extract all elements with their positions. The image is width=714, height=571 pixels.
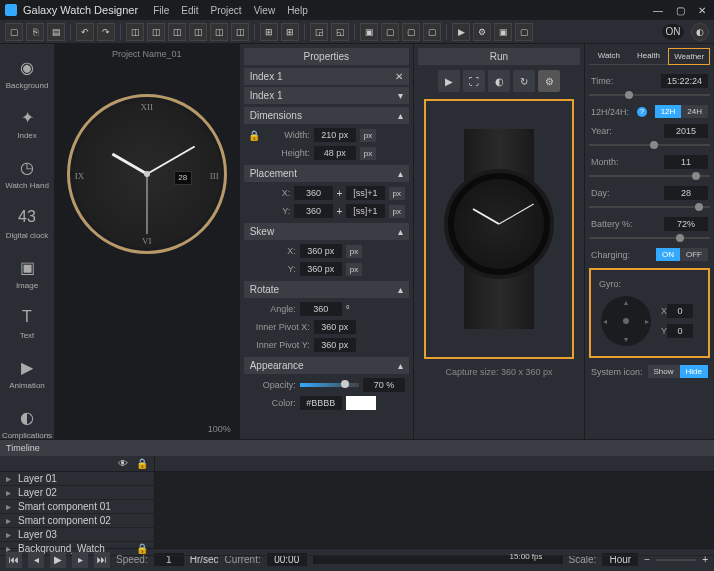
y-input[interactable]: 360: [294, 204, 332, 218]
width-input[interactable]: 210 px: [314, 128, 356, 142]
sidebar-index[interactable]: ✦Index: [0, 102, 54, 144]
close-icon[interactable]: ✕: [395, 71, 403, 82]
gyro-x[interactable]: 0: [667, 304, 693, 318]
format-toggle[interactable]: 12H24H: [655, 105, 708, 118]
index-select-b[interactable]: Index 1▾: [244, 87, 409, 104]
watchface-canvas[interactable]: XII III VI IX 28: [67, 94, 227, 254]
align-top-icon[interactable]: ◫: [189, 23, 207, 41]
lock-icon[interactable]: 🔒: [248, 130, 258, 141]
tab-weather[interactable]: Weather: [668, 48, 710, 65]
new-button[interactable]: ▢: [5, 23, 23, 41]
deploy-icon[interactable]: ▢: [515, 23, 533, 41]
year-slider[interactable]: [589, 144, 710, 146]
skip-end-icon[interactable]: ⏭: [94, 552, 110, 568]
eye-icon[interactable]: 👁: [118, 458, 128, 469]
month-value[interactable]: 11: [664, 155, 708, 169]
skip-start-icon[interactable]: ⏮: [6, 552, 22, 568]
charging-toggle[interactable]: ONOFF: [656, 248, 708, 261]
menu-help[interactable]: Help: [287, 5, 308, 16]
pivot-x-input[interactable]: 360 px: [314, 320, 356, 334]
color-swatch[interactable]: [346, 396, 376, 410]
day-value[interactable]: 28: [664, 186, 708, 200]
menu-file[interactable]: File: [153, 5, 169, 16]
zoom-slider[interactable]: [656, 559, 696, 561]
align-center-icon[interactable]: ◫: [147, 23, 165, 41]
color-input[interactable]: #BBBB: [300, 396, 342, 410]
skew-header[interactable]: Skew▴: [244, 223, 409, 240]
menu-view[interactable]: View: [254, 5, 276, 16]
align-right-icon[interactable]: ◫: [168, 23, 186, 41]
gyro-pad[interactable]: ▴ ▾ ◂ ▸: [601, 296, 651, 346]
lock-icon[interactable]: 🔒: [136, 458, 148, 469]
height-input[interactable]: 48 px: [314, 146, 356, 160]
send-back-icon[interactable]: ▢: [381, 23, 399, 41]
skew-x-input[interactable]: 360 px: [300, 244, 342, 258]
rotate-header[interactable]: Rotate▴: [244, 281, 409, 298]
align-left-icon[interactable]: ◫: [126, 23, 144, 41]
layer-item[interactable]: ▸Smart component 02: [0, 514, 154, 528]
sidebar-digitalclock[interactable]: 43Digital clock: [0, 202, 54, 244]
pivot-y-input[interactable]: 360 px: [314, 338, 356, 352]
contrast-button[interactable]: ◐: [488, 70, 510, 92]
play-button[interactable]: ▶: [438, 70, 460, 92]
layer-item[interactable]: ▸Smart component 01: [0, 500, 154, 514]
placement-header[interactable]: Placement▴: [244, 165, 409, 182]
x-input[interactable]: 360: [294, 186, 332, 200]
save-button[interactable]: ▤: [47, 23, 65, 41]
gear-button[interactable]: ⚙: [538, 70, 560, 92]
dimensions-header[interactable]: Dimensions▴: [244, 107, 409, 124]
tool2-icon[interactable]: ▢: [423, 23, 441, 41]
mode-icon[interactable]: ◐: [691, 23, 709, 41]
menu-edit[interactable]: Edit: [181, 5, 198, 16]
undo-button[interactable]: ↶: [76, 23, 94, 41]
sidebar-animation[interactable]: ▶Animation: [0, 352, 54, 394]
sidebar-complications[interactable]: ◐Complications: [0, 402, 54, 444]
battery-value[interactable]: 72%: [664, 217, 708, 231]
refresh-button[interactable]: ↻: [513, 70, 535, 92]
dist-v-icon[interactable]: ⊞: [281, 23, 299, 41]
angle-input[interactable]: 360: [300, 302, 342, 316]
fit-button[interactable]: ⛶: [463, 70, 485, 92]
battery-slider[interactable]: [589, 237, 710, 239]
day-slider[interactable]: [589, 206, 710, 208]
open-button[interactable]: ⎘: [26, 23, 44, 41]
bring-front-icon[interactable]: ▣: [360, 23, 378, 41]
play-icon[interactable]: ▶: [452, 23, 470, 41]
zoom-level[interactable]: 100%: [208, 424, 231, 434]
sysicon-toggle[interactable]: ShowHide: [648, 365, 708, 378]
minimize-icon[interactable]: —: [651, 5, 665, 16]
menu-project[interactable]: Project: [211, 5, 242, 16]
tab-watch[interactable]: Watch: [589, 48, 629, 65]
settings-icon[interactable]: ⚙: [473, 23, 491, 41]
time-value[interactable]: 15:22:24: [661, 74, 708, 88]
index-select-a[interactable]: Index 1✕: [244, 68, 409, 85]
sidebar-text[interactable]: TText: [0, 302, 54, 344]
time-slider[interactable]: [589, 94, 710, 96]
maximize-icon[interactable]: ▢: [673, 5, 687, 16]
sidebar-watchhand[interactable]: ◷Watch Hand: [0, 152, 54, 194]
month-slider[interactable]: [589, 175, 710, 177]
gyro-y[interactable]: 0: [667, 324, 693, 338]
help-icon[interactable]: ?: [637, 107, 647, 117]
layer-item[interactable]: ▸Layer 02: [0, 486, 154, 500]
skew-y-input[interactable]: 360 px: [300, 262, 342, 276]
year-value[interactable]: 2015: [664, 124, 708, 138]
dist-h-icon[interactable]: ⊞: [260, 23, 278, 41]
sidebar-background[interactable]: ◉Background: [0, 52, 54, 94]
tab-health[interactable]: Health: [629, 48, 669, 65]
group-icon[interactable]: ◲: [310, 23, 328, 41]
layer-item[interactable]: ▸Layer 01: [0, 472, 154, 486]
aod-toggle[interactable]: ON: [662, 24, 684, 40]
align-middle-icon[interactable]: ◫: [210, 23, 228, 41]
tool-icon[interactable]: ▢: [402, 23, 420, 41]
opacity-slider[interactable]: [300, 383, 359, 387]
layer-item[interactable]: ▸Layer 03: [0, 528, 154, 542]
timeline-tracks[interactable]: [155, 456, 714, 548]
chevron-down-icon[interactable]: ▾: [398, 90, 403, 101]
redo-button[interactable]: ↷: [97, 23, 115, 41]
close-icon[interactable]: ✕: [695, 5, 709, 16]
ungroup-icon[interactable]: ◱: [331, 23, 349, 41]
prev-frame-icon[interactable]: ◂: [28, 552, 44, 568]
timeline-scrollbar[interactable]: 15:00 fps: [313, 556, 563, 564]
next-frame-icon[interactable]: ▸: [72, 552, 88, 568]
